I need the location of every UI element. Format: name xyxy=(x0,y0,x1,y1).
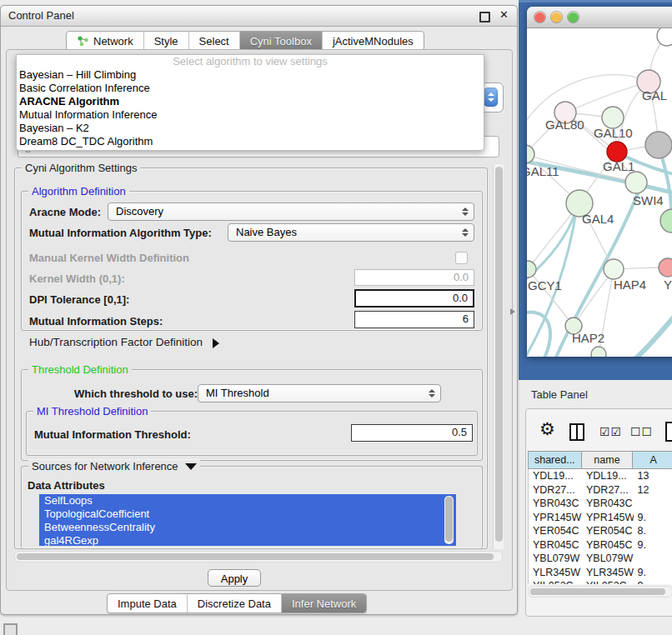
node-label: GAL10 xyxy=(594,126,633,140)
table-scrollbar-thumb[interactable] xyxy=(530,588,665,595)
table-cell: 9. xyxy=(634,566,672,580)
table-row[interactable]: YPR145WYPR145W9. xyxy=(529,511,672,525)
vertical-scrollbar-thumb[interactable] xyxy=(495,167,503,542)
attributes-list-scrollbar[interactable] xyxy=(444,496,454,544)
tab-impute-data[interactable]: Impute Data xyxy=(108,594,188,612)
table-row[interactable]: YIL052CYIL052C9 xyxy=(529,579,672,584)
zoom-traffic-light-icon[interactable] xyxy=(568,12,579,22)
table-row[interactable]: YDL19...YDL19...13 xyxy=(529,469,672,483)
tab-cyni-toolbox[interactable]: Cyni Toolbox xyxy=(240,32,323,50)
node-label: GAL xyxy=(642,88,667,102)
close-icon[interactable]: ✕ xyxy=(499,8,509,21)
table-row[interactable]: YLR345WYLR345W9. xyxy=(529,566,672,580)
deselect-all-checkboxes-icon[interactable]: ☐☐ xyxy=(630,425,653,438)
float-window-icon[interactable] xyxy=(479,12,490,22)
algorithm-option[interactable]: ARACNE Algorithm xyxy=(17,95,484,108)
dpi-tolerance-label: DPI Tolerance [0,1]: xyxy=(29,293,129,306)
settings-vertical-scrollbar[interactable] xyxy=(493,164,504,549)
algorithm-dropdown-popup: Select algorithm to view settings Bayesi… xyxy=(16,54,484,151)
attribute-list-item[interactable]: gal4RGexp xyxy=(39,534,456,546)
network-canvas[interactable]: GALGAL80GAL10GAL1GAL11SWI4GAL4GCY1HAP4YH… xyxy=(527,28,672,357)
attribute-list-item[interactable]: BetweennessCentrality xyxy=(39,521,456,534)
cyni-bottom-tabbar: Impute Data Discretize Data Infer Networ… xyxy=(107,593,367,613)
manual-kernel-checkbox[interactable] xyxy=(455,252,468,264)
table-cell: YBR043C xyxy=(582,497,634,511)
horizontal-scrollbar-thumb[interactable] xyxy=(17,553,494,560)
control-panel-titlebar[interactable]: Control Panel ✕ xyxy=(1,6,517,27)
network-node-hap4[interactable] xyxy=(604,259,624,279)
table-cell: YBL079W xyxy=(582,552,634,566)
mi-threshold-label: Mutual Information Threshold: xyxy=(34,428,191,441)
select-all-checkboxes-icon[interactable]: ☑☑ xyxy=(599,425,622,438)
table-horizontal-scrollbar[interactable] xyxy=(528,586,672,598)
apply-button[interactable]: Apply xyxy=(208,569,261,587)
algorithm-option[interactable]: Dream8 DC_TDC Algorithm xyxy=(17,135,484,148)
mi-type-combobox[interactable]: Naive Bayes xyxy=(228,223,474,242)
table-row[interactable]: YER054CYER054C8. xyxy=(529,524,672,538)
network-node[interactable] xyxy=(645,132,672,158)
table-cell: YDL19... xyxy=(529,469,582,483)
network-node-gcy1[interactable] xyxy=(527,261,536,278)
data-attributes-list[interactable]: SelfLoopsTopologicalCoefficientBetweenne… xyxy=(39,494,456,546)
table-row[interactable]: YDR27...YDR27...12 xyxy=(529,483,672,498)
tab-style[interactable]: Style xyxy=(144,32,189,50)
table-row[interactable]: YBL079WYBL079W xyxy=(529,552,672,566)
dpi-tolerance-field[interactable]: 0.0 xyxy=(354,289,474,308)
table-row[interactable]: YBR043CYBR043C xyxy=(529,497,672,511)
which-threshold-combobox[interactable]: MI Threshold xyxy=(198,384,441,402)
column-header[interactable]: shared... xyxy=(528,451,582,469)
tab-infer-network[interactable]: Infer Network xyxy=(282,594,366,612)
minimized-panel-icon[interactable] xyxy=(3,623,18,635)
table-cell: YBR045C xyxy=(582,538,634,552)
algorithm-option[interactable]: Mutual Information Inference xyxy=(17,108,484,122)
tab-jactivemnodules[interactable]: jActiveMNodules xyxy=(323,32,424,50)
kernel-width-field[interactable]: 0.0 xyxy=(354,269,474,286)
column-header[interactable]: A xyxy=(633,451,672,469)
scrollbar-thumb[interactable] xyxy=(445,497,453,542)
node-label: SWI4 xyxy=(633,193,664,208)
hub-definition-expander[interactable]: Hub/Transcription Factor Definition xyxy=(29,336,224,348)
network-node[interactable] xyxy=(591,347,606,357)
network-node[interactable] xyxy=(657,28,672,46)
close-traffic-light-icon[interactable] xyxy=(534,12,545,22)
tab-discretize-data[interactable]: Discretize Data xyxy=(188,594,282,612)
mi-type-label: Mutual Information Algorithm Type: xyxy=(29,227,212,239)
algorithm-option[interactable]: Bayesian – K2 xyxy=(17,122,484,135)
attribute-list-item[interactable]: SelfLoops xyxy=(39,494,456,508)
panel-splitter-handle-icon[interactable] xyxy=(510,308,519,315)
node-label: GAL80 xyxy=(545,118,584,132)
network-window-titlebar[interactable] xyxy=(527,7,672,28)
table-cell: 12 xyxy=(634,483,672,498)
new-table-icon[interactable] xyxy=(665,422,672,442)
algorithm-definition-title: Algorithm Definition xyxy=(28,185,129,198)
table-cell: 8. xyxy=(634,524,672,538)
mi-steps-field[interactable]: 6 xyxy=(354,311,474,328)
mi-steps-label: Mutual Information Steps: xyxy=(29,315,163,328)
mi-threshold-field[interactable]: 0.5 xyxy=(351,424,473,442)
tab-select[interactable]: Select xyxy=(189,32,240,50)
aracne-mode-combobox[interactable]: Discovery xyxy=(108,202,474,221)
attribute-list-item[interactable]: TopologicalCoefficient xyxy=(39,508,456,521)
minimize-traffic-light-icon[interactable] xyxy=(551,12,562,22)
algorithm-option[interactable]: Basic Correlation Inference xyxy=(17,82,484,95)
algorithm-option[interactable]: Bayesian – Hill Climbing xyxy=(17,68,484,82)
tab-network[interactable]: Network xyxy=(67,32,144,50)
combobox-stepper-icon[interactable] xyxy=(484,88,498,107)
network-node[interactable] xyxy=(660,209,672,232)
table-row[interactable]: YBR045CYBR045C9. xyxy=(529,538,672,552)
aracne-mode-value: Discovery xyxy=(116,205,163,218)
settings-horizontal-scrollbar[interactable] xyxy=(14,551,503,562)
node-label: GAL4 xyxy=(582,212,614,226)
table-cell: YER054C xyxy=(529,524,582,538)
split-columns-icon[interactable] xyxy=(569,423,584,441)
tab-infer-network-label: Infer Network xyxy=(292,598,356,610)
control-panel-window: Control Panel ✕ Network Style Select Cyn… xyxy=(0,5,518,615)
network-node-swi4[interactable] xyxy=(625,172,647,193)
aracne-mode-label: Aracne Mode: xyxy=(29,206,101,218)
gear-icon[interactable]: ⚙ xyxy=(539,420,555,438)
network-view-window[interactable]: GALGAL80GAL10GAL1GAL11SWI4GAL4GCY1HAP4YH… xyxy=(527,7,672,357)
column-header[interactable]: name xyxy=(582,451,634,469)
network-node-y[interactable] xyxy=(659,258,672,277)
node-label: HAP2 xyxy=(572,331,604,345)
sources-group-title[interactable]: Sources for Network Inference xyxy=(28,460,200,476)
